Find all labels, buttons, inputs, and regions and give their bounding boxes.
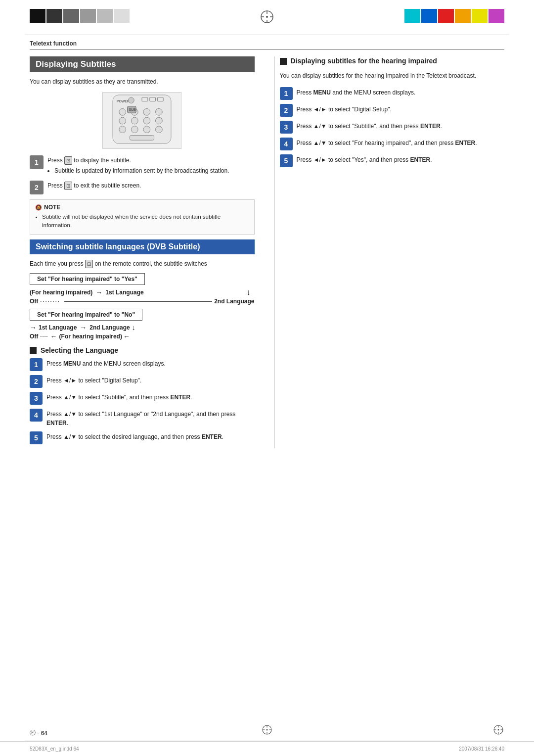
svg-point-1 — [266, 16, 268, 18]
sel-step-text-5: Press ▲/▼ to select the desired language… — [46, 431, 223, 441]
svg-point-14 — [143, 108, 150, 115]
r-step-text-4: Press ▲/▼ to select "For hearing impaire… — [297, 138, 477, 147]
step-num-2: 2 — [30, 181, 44, 194]
color-block-2 — [46, 9, 62, 23]
sel-step-3: 3 Press ▲/▼ to select "Subtitle", and th… — [30, 392, 255, 405]
hearing-yes-label: Set "For hearing impaired" to "Yes" — [37, 276, 137, 283]
sel-step-text-2: Press ◄/► to select "Digital Setup". — [46, 375, 141, 385]
switching-intro: Each time you press ⊡ on the remote cont… — [30, 259, 255, 268]
step2-rest: to exit the subtitle screen. — [72, 182, 141, 189]
note-box: 🔕 NOTE Subtitle will not be displayed wh… — [30, 199, 255, 235]
sub-btn-inline: ⊡ — [85, 260, 93, 268]
svg-point-19 — [156, 117, 163, 124]
r-step-text-2: Press ◄/► to select "Digital Setup". — [297, 104, 392, 114]
right-column: Displaying subtitles for the hearing imp… — [274, 56, 505, 448]
flow4-right: (For hearing impaired) — [59, 333, 122, 340]
arrow-down-1: ↓ — [247, 288, 251, 297]
svg-point-17 — [132, 117, 138, 124]
sel-step-5: 5 Press ▲/▼ to select the desired langua… — [30, 431, 255, 444]
dotted-1: ········ — [40, 298, 60, 304]
black-square-icon — [30, 347, 37, 354]
top-divider — [25, 35, 509, 35]
r-step-num-3: 3 — [280, 121, 293, 134]
hearing-impaired-intro: You can display subtitles for the hearin… — [280, 71, 505, 80]
hearing-impaired-header: Displaying subtitles for the hearing imp… — [280, 56, 505, 66]
svg-rect-26 — [130, 135, 154, 140]
hearing-no-label: Set "For hearing impaired" to "No" — [37, 311, 135, 318]
r-step-num-1: 1 — [280, 87, 293, 100]
r-step-text-1: Press MENU and the MENU screen displays. — [297, 87, 416, 97]
section-title: Teletext function — [30, 40, 77, 47]
footer-right: 2007/08/31 16:26:40 — [267, 746, 504, 752]
switching-title: Switching subtitle languages (DVB Subtit… — [36, 242, 200, 251]
svg-point-12 — [119, 108, 126, 115]
selecting-language-title: Selecting the Language — [41, 346, 118, 354]
bottom-divider — [25, 741, 509, 741]
flow2-right: 2nd Language — [214, 298, 254, 305]
note-icon: 🔕 — [35, 204, 42, 211]
step-2: 2 Press ⊡ to exit the subtitle screen. — [30, 180, 255, 194]
flow1-right: 1st Language — [105, 289, 143, 296]
sel-step-text-4: Press ▲/▼ to select "1st Language" or "2… — [46, 409, 255, 427]
main-content: Teletext function Displaying Subtitles Y… — [30, 40, 504, 726]
step-text-2: Press ⊡ to exit the subtitle screen. — [47, 180, 141, 190]
section-header: Teletext function — [30, 40, 504, 49]
color-blue — [421, 9, 437, 23]
note-title: 🔕 NOTE — [35, 204, 249, 211]
flow4-left: Off — [30, 333, 38, 340]
remote-wrapper: POWER — [30, 92, 255, 149]
step1-rest: to display the subtitle. — [72, 157, 131, 164]
r-step-1: 1 Press MENU and the MENU screen display… — [280, 87, 505, 100]
note-list: Subtitle will not be displayed when the … — [42, 213, 249, 230]
step-1: 1 Press ⊡ to display the subtitle. Subti… — [30, 155, 255, 176]
flow-row-1: (For hearing impaired) → 1st Language ↓ — [30, 288, 255, 297]
svg-point-16 — [119, 117, 126, 124]
displaying-subtitles-title: Displaying Subtitles — [36, 59, 116, 69]
flow2-left: Off — [30, 298, 38, 305]
svg-point-22 — [119, 126, 126, 133]
color-block-5 — [97, 9, 113, 23]
arrow-right-3a: → — [30, 324, 37, 331]
svg-point-18 — [143, 117, 150, 124]
black-square-icon-2 — [280, 58, 287, 65]
diagram-hearing-no: Set "For hearing impaired" to "No" → 1st… — [30, 309, 255, 340]
color-block-6 — [114, 9, 130, 23]
color-red — [438, 9, 454, 23]
sel-step-2: 2 Press ◄/► to select "Digital Setup". — [30, 375, 255, 388]
displaying-intro: You can display subtitles as they are tr… — [30, 77, 255, 86]
sel-step-num-2: 2 — [30, 375, 43, 388]
dotted-2: ···· — [40, 333, 48, 339]
remote-svg: POWER — [102, 92, 181, 149]
svg-point-25 — [156, 126, 163, 133]
r-step-num-4: 4 — [280, 138, 293, 150]
color-block-4 — [80, 9, 96, 23]
switching-intro-text: Each time you press — [30, 260, 85, 267]
note-label: NOTE — [44, 204, 60, 211]
hearing-yes-box: Set "For hearing impaired" to "Yes" — [30, 273, 145, 285]
selecting-language-header: Selecting the Language — [30, 346, 255, 354]
svg-point-34 — [498, 729, 499, 731]
subtitle-button-icon: ⊡ — [64, 156, 72, 165]
svg-point-28 — [267, 729, 268, 731]
hearing-no-box: Set "For hearing impaired" to "No" — [30, 309, 142, 321]
flow3-left: 1st Language — [39, 324, 77, 331]
sel-step-num-1: 1 — [30, 358, 43, 371]
flow-row-2: Off ········ 2nd Language — [30, 298, 255, 305]
page-indicator: Ⓔ · — [30, 729, 39, 737]
top-center-icon — [259, 9, 275, 26]
note-item-1: Subtitle will not be displayed when the … — [42, 213, 249, 230]
step-text-1: Press ⊡ to display the subtitle. Subtitl… — [47, 155, 229, 176]
r-step-4: 4 Press ▲/▼ to select "For hearing impai… — [280, 138, 505, 150]
svg-text:POWER: POWER — [117, 99, 130, 103]
sel-step-num-5: 5 — [30, 431, 43, 444]
flow3-right: 2nd Language — [89, 324, 130, 331]
top-left-bar — [30, 9, 130, 23]
step-num-1: 1 — [30, 155, 44, 169]
page-number: 64 — [41, 730, 47, 737]
arrow-left-4: ← — [50, 332, 57, 340]
sel-step-text-1: Press MENU and the MENU screen displays. — [46, 358, 166, 368]
color-magenta — [489, 9, 504, 23]
r-step-3: 3 Press ▲/▼ to select "Subtitle", and th… — [280, 121, 505, 134]
svg-text:SUB: SUB — [129, 108, 136, 111]
r-step-num-2: 2 — [280, 104, 293, 117]
